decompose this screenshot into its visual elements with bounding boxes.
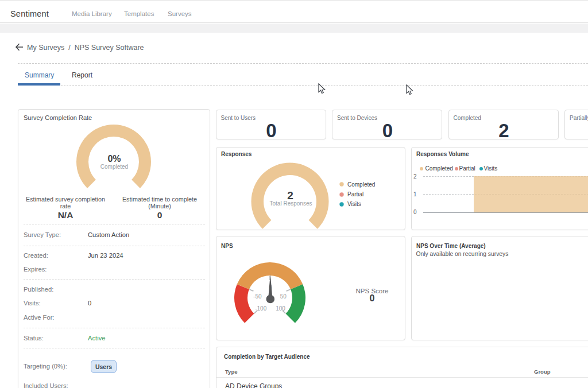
svg-text:50: 50 [280,293,287,300]
svg-text:-100: -100 [255,305,266,312]
svg-text:100: 100 [276,305,285,312]
svg-text:-50: -50 [253,293,262,300]
